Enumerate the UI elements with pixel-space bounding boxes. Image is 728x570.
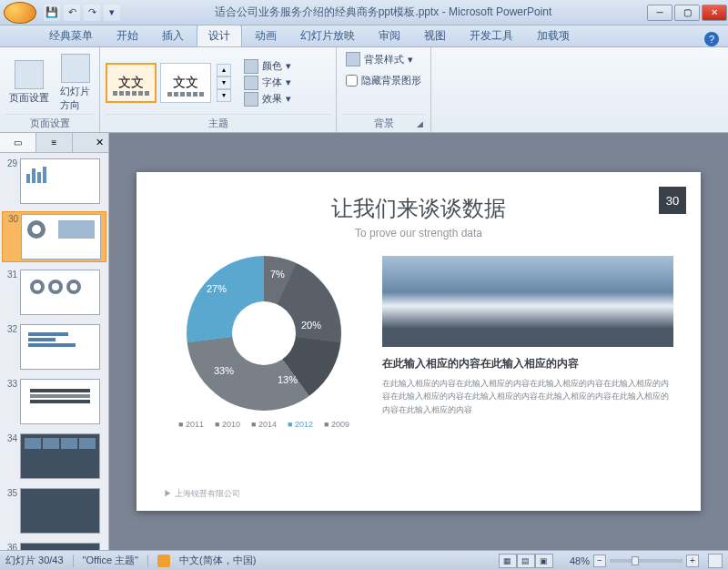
chart-legend: 2011 2010 2014 2012 2009 [164,420,364,429]
slide-number-badge: 30 [659,187,686,214]
seg-label-7: 7% [270,269,285,280]
theme-more-button[interactable]: ▾ [217,89,231,102]
panel-tabs: ▭ ≡ ✕ [0,133,108,153]
sorter-view-button[interactable]: ▤ [517,554,535,568]
seg-label-33: 33% [214,365,234,376]
tab-animations[interactable]: 动画 [244,25,288,46]
tab-classic-menu[interactable]: 经典菜单 [38,25,104,46]
close-button[interactable]: ✕ [702,5,727,21]
theme-prev-button[interactable]: ▴ [217,64,231,76]
fit-to-window-button[interactable] [708,554,723,568]
zoom-level[interactable]: 48% [570,555,590,566]
thumbnail-33[interactable]: 33 [2,377,106,426]
zoom-out-button[interactable]: − [593,555,606,567]
slide-orientation-button[interactable]: 幻灯片 方向 [56,52,94,114]
window-controls: ─ ▢ ✕ [646,5,728,21]
slide-editor[interactable]: 30 让我们来谈谈数据 To prove our strength data 7… [109,133,728,550]
slide-right-column[interactable]: 在此输入相应的内容在此输入相应的内容 在此输入相应的内容在此输入相应的内容在此输… [382,256,673,438]
theme-colors-button[interactable]: 颜色 ▾ [240,58,295,75]
zoom-slider[interactable] [610,559,682,563]
tab-review[interactable]: 审阅 [368,25,411,46]
maximize-button[interactable]: ▢ [674,5,700,21]
ribbon: 页面设置 幻灯片 方向 页面设置 文文 文文 ▴ ▾ ▾ 颜色 ▾ 字体 ▾ 效… [0,47,728,133]
theme-effects-button[interactable]: 效果 ▾ [240,91,295,107]
seg-label-27: 27% [207,283,227,294]
tab-slideshow[interactable]: 幻灯片放映 [289,25,366,46]
slide-photo[interactable] [382,256,673,347]
status-slide-position: 幻灯片 30/43 [5,554,64,567]
seg-label-20: 20% [301,320,321,331]
background-styles-button[interactable]: 背景样式 ▾ [342,51,417,67]
view-buttons: ▦ ▤ ▣ [499,554,553,568]
quick-access-toolbar: 💾 ↶ ↷ ▾ [44,5,120,21]
zoom-slider-thumb[interactable] [632,556,639,565]
legend-2012: 2012 [288,420,313,429]
group-label-page-setup: 页面设置 [5,114,94,130]
colors-icon [244,59,258,74]
status-bar: 幻灯片 30/43 "Office 主题" 中文(简体，中国) ▦ ▤ ▣ 48… [0,550,728,570]
effects-icon [244,92,258,107]
photo-title[interactable]: 在此输入相应的内容在此输入相应的内容 [382,356,673,372]
slide-footer: ▶ 上海锐普有限公司 [164,488,240,500]
zoom-controls: 48% − + [570,554,723,568]
group-page-setup: 页面设置 幻灯片 方向 页面设置 [0,47,100,132]
tab-developer[interactable]: 开发工具 [459,25,524,46]
normal-view-button[interactable]: ▦ [499,554,517,568]
help-icon[interactable]: ? [704,32,719,46]
thumbnail-30[interactable]: 30 [2,211,106,262]
thumbnail-list[interactable]: 29 30 31 32 33 34 35 36 [0,153,108,550]
slide-canvas[interactable]: 30 让我们来谈谈数据 To prove our strength data 7… [136,172,701,511]
thumbnail-31[interactable]: 31 [2,268,106,317]
save-button[interactable]: 💾 [44,5,60,21]
legend-2010: 2010 [215,420,240,429]
panel-close-button[interactable]: ✕ [90,133,108,152]
outline-tab[interactable]: ≡ [36,133,73,152]
language-icon[interactable] [157,555,170,567]
thumbnail-34[interactable]: 34 [2,432,106,481]
thumbnail-29[interactable]: 29 [2,157,106,206]
group-background: 背景样式 ▾ 隐藏背景图形 背景◢ [337,47,431,132]
thumbnail-32[interactable]: 32 [2,322,106,372]
thumbnail-35[interactable]: 35 [2,486,106,535]
theme-next-button[interactable]: ▾ [217,76,231,89]
background-launcher[interactable]: ◢ [414,119,425,130]
status-language[interactable]: 中文(简体，中国) [179,554,256,567]
zoom-in-button[interactable]: + [686,555,699,567]
donut-chart[interactable]: 7% 20% 13% 33% 27% 2011 2010 2014 2012 2… [164,256,364,438]
donut-graphic: 7% 20% 13% 33% 27% [187,256,341,411]
slide-subtitle[interactable]: To prove our strength data [164,227,673,239]
tab-home[interactable]: 开始 [106,25,149,46]
photo-description[interactable]: 在此输入相应的内容在此输入相应的内容在此输入相应的内容在此输入相应的内容在此输入… [382,377,673,416]
theme-thumb-1[interactable]: 文文 [106,63,157,103]
tab-addins[interactable]: 加载项 [526,25,581,46]
qat-more-button[interactable]: ▾ [104,5,120,21]
tab-design[interactable]: 设计 [197,25,242,46]
theme-fonts-button[interactable]: 字体 ▾ [240,75,295,91]
slides-tab[interactable]: ▭ [0,133,36,152]
redo-button[interactable]: ↷ [84,5,100,21]
office-button[interactable] [4,2,36,24]
fonts-icon [244,76,258,90]
workspace: ▭ ≡ ✕ 29 30 31 32 33 34 35 36 30 让我们来谈谈数… [0,133,728,550]
thumbnail-36[interactable]: 36 [2,541,106,550]
background-icon [346,52,360,66]
ribbon-tabs: 经典菜单 开始 插入 设计 动画 幻灯片放映 审阅 视图 开发工具 加载项 ? [0,25,728,47]
slide-title[interactable]: 让我们来谈谈数据 [164,194,673,223]
hide-background-checkbox[interactable]: 隐藏背景图形 [342,73,425,88]
title-bar: 💾 ↶ ↷ ▾ 适合公司业务服务介绍的经典商务ppt模板.pptx - Micr… [0,0,728,25]
minimize-button[interactable]: ─ [647,5,672,21]
slideshow-view-button[interactable]: ▣ [535,554,553,568]
page-setup-button[interactable]: 页面设置 [5,58,53,107]
tab-view[interactable]: 视图 [413,25,457,46]
thumbnail-panel: ▭ ≡ ✕ 29 30 31 32 33 34 35 36 [0,133,109,550]
legend-2009: 2009 [324,420,349,429]
legend-2011: 2011 [178,420,204,429]
status-theme: "Office 主题" [83,554,138,567]
group-label-background: 背景◢ [342,114,425,130]
window-title: 适合公司业务服务介绍的经典商务ppt模板.pptx - Microsoft Po… [120,5,646,20]
undo-button[interactable]: ↶ [64,5,80,21]
theme-thumb-2[interactable]: 文文 [160,63,211,103]
tab-insert[interactable]: 插入 [151,25,195,46]
seg-label-13: 13% [278,374,298,385]
group-themes: 文文 文文 ▴ ▾ ▾ 颜色 ▾ 字体 ▾ 效果 ▾ 主题 [100,47,337,132]
